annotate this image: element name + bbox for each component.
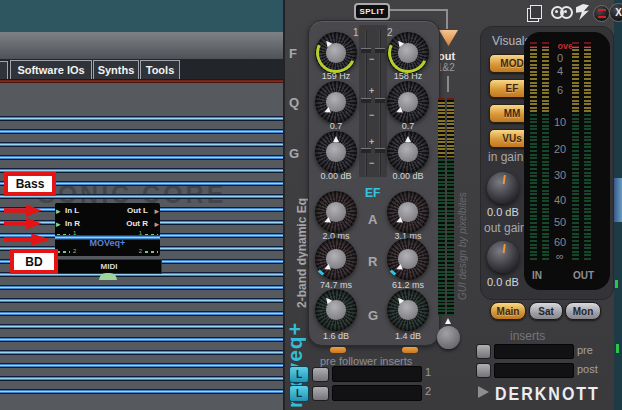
follower-insert-button-1[interactable] xyxy=(312,367,329,382)
brand-triangle-icon xyxy=(478,386,489,398)
module-output-r[interactable]: Out R xyxy=(126,219,148,228)
row-label-q: Q xyxy=(289,95,299,110)
link-fader-handle[interactable] xyxy=(375,98,385,103)
output-port-arrow[interactable]: ▸ xyxy=(154,219,159,229)
out-level-pointer xyxy=(445,318,451,324)
insert-post-button[interactable] xyxy=(476,363,491,378)
vu-scale-6: 6 xyxy=(548,84,572,96)
monitor-button-sat[interactable]: Sat xyxy=(529,302,563,320)
insert-pre-label: pre xyxy=(577,344,593,356)
link-sign: − xyxy=(369,110,374,120)
follower-led[interactable] xyxy=(402,347,418,353)
linked-monitors-icon[interactable] xyxy=(551,6,573,19)
vu-scale-60: 60 xyxy=(548,236,572,248)
close-button[interactable]: X xyxy=(609,3,622,22)
vu-scale-0: 0 xyxy=(548,52,572,64)
in-gain-knob[interactable] xyxy=(487,172,519,204)
link-fader-handle[interactable] xyxy=(375,48,385,53)
monitor-button-mon[interactable]: Mon xyxy=(565,302,601,320)
knob-pointer xyxy=(395,107,403,115)
link-sign: + xyxy=(369,86,374,96)
freq-value-band1: 159 Hz xyxy=(306,71,366,81)
follower-link-button-2[interactable]: L xyxy=(289,385,309,402)
freq-knob-band2[interactable] xyxy=(387,32,429,74)
menu-tab-partial[interactable] xyxy=(0,61,8,80)
knob-pointer xyxy=(405,136,411,142)
copy-icon[interactable] xyxy=(530,5,542,19)
vu-scale-20: 20 xyxy=(548,143,572,155)
moveq-module-block[interactable]: ▸ In L Out L ▸ ▸ In R Out R ▸ 1 1 MOVeq+… xyxy=(55,203,160,256)
menu-tab-synths[interactable]: Synths xyxy=(93,60,139,80)
out-gain-knob[interactable] xyxy=(487,241,519,273)
vu-scale-inf: ∞ xyxy=(548,250,572,262)
gain-knob-band2[interactable] xyxy=(387,131,429,173)
row-label-f: F xyxy=(289,46,297,61)
insert-post-slot[interactable] xyxy=(494,363,574,378)
vu-meter-out-l xyxy=(572,42,579,262)
attack-knob-band1[interactable] xyxy=(315,191,357,233)
menu-tab-tools[interactable]: Tools xyxy=(140,60,180,80)
link-fader-handle[interactable] xyxy=(361,98,371,103)
out-level-knob[interactable] xyxy=(437,326,460,349)
midi-strip[interactable]: MIDI xyxy=(56,259,162,274)
follower-insert-button-2[interactable] xyxy=(312,386,329,401)
out-gain-value: 0.0 dB xyxy=(487,276,519,288)
link-sign: − xyxy=(369,54,374,64)
module-output-l[interactable]: Out L xyxy=(127,206,148,215)
in-gain-value: 0.0 dB xyxy=(487,206,519,218)
knob-pointer xyxy=(395,217,403,225)
row-label-attack: A xyxy=(368,212,377,227)
out-gain-pointer xyxy=(503,244,506,253)
ef-gain-knob-band2[interactable] xyxy=(387,289,429,331)
flag-icon[interactable] xyxy=(576,4,589,20)
link-fader-handle[interactable] xyxy=(361,48,371,53)
release-knob-band2[interactable] xyxy=(387,238,429,280)
port-number: 2 xyxy=(139,248,142,254)
follower-slot-number-1: 1 xyxy=(425,366,431,378)
freq-knob-band1[interactable] xyxy=(315,32,357,74)
release-knob-band1[interactable] xyxy=(315,238,357,280)
gain-knob-band1[interactable] xyxy=(315,131,357,173)
vu-scale-30: 30 xyxy=(548,169,572,181)
red-divider xyxy=(0,79,283,83)
split-connector-line xyxy=(446,9,448,29)
input-port-arrow[interactable]: ▸ xyxy=(56,219,61,229)
module-input-r[interactable]: In R xyxy=(65,219,80,228)
port-dashes xyxy=(57,251,70,253)
insert-pre-slot[interactable] xyxy=(494,344,574,359)
q-knob-band2[interactable] xyxy=(387,81,429,123)
split-button[interactable]: SPLIT xyxy=(354,3,390,20)
input-port-arrow[interactable]: ▸ xyxy=(56,206,61,216)
knob-pointer xyxy=(323,264,331,272)
link-fader-handle[interactable] xyxy=(361,148,371,153)
output-port-arrow[interactable]: ▸ xyxy=(154,206,159,216)
midi-connector-dome[interactable] xyxy=(99,273,117,280)
knob-pointer xyxy=(333,136,339,142)
port-number: 2 xyxy=(73,248,76,254)
monitor-button-main[interactable]: Main xyxy=(490,302,526,320)
module-input-l[interactable]: In L xyxy=(65,206,79,215)
vu-display: over 0 4 6 10 20 30 40 50 60 ∞ IN OUT xyxy=(524,32,610,290)
titlebar-band xyxy=(0,32,283,59)
ef-gain-knob-band1[interactable] xyxy=(315,289,357,331)
q-knob-band1[interactable] xyxy=(315,81,357,123)
freq-value-band2: 158 Hz xyxy=(378,71,438,81)
row-label-release: R xyxy=(368,254,377,269)
in-gain-pointer xyxy=(503,175,506,184)
in-gain-label: in gain xyxy=(488,150,523,164)
out-routing-triangle[interactable] xyxy=(439,30,458,46)
follower-insert-slot-2[interactable] xyxy=(332,385,422,401)
menu-tab-software-ios[interactable]: Software IOs xyxy=(10,60,92,80)
follower-led[interactable] xyxy=(330,347,346,353)
link-fader-handle[interactable] xyxy=(375,148,385,153)
follower-link-button-1[interactable]: L xyxy=(289,366,309,383)
minimize-button[interactable] xyxy=(593,5,610,22)
gain-value-band2: 0.00 dB xyxy=(378,171,438,181)
follower-insert-slot-1[interactable] xyxy=(332,366,422,382)
annotation-bass-box: Bass xyxy=(4,172,56,196)
insert-pre-button[interactable] xyxy=(476,344,491,359)
knob-pointer xyxy=(396,296,404,304)
attack-knob-band2[interactable] xyxy=(387,191,429,233)
gui-credit: GUI design by pixelbites xyxy=(457,130,468,300)
vu-scale-40: 40 xyxy=(548,194,572,206)
